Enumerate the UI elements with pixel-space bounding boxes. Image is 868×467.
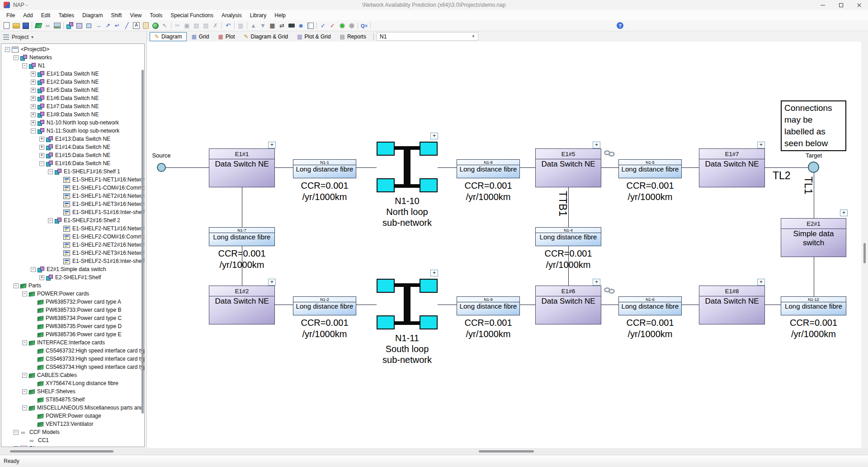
network-selector[interactable]: N1 ▼ [377,32,478,41]
tree-item[interactable]: −CCF Models [1,428,144,436]
tree-item[interactable]: PW6385733:Power card type B [1,306,144,314]
tab-plot-grid[interactable]: ▨Plot & Grid [292,32,335,41]
expand-button[interactable]: + [757,279,765,286]
expand-icon[interactable]: + [31,96,36,101]
fit-width-icon[interactable]: ⇄ [277,21,287,30]
link-n1-6[interactable]: N1-6 Long distance fibre [618,296,682,315]
collapse-all-icon[interactable]: ▼ [258,21,268,30]
expand-button[interactable]: + [840,210,848,216]
tree-item[interactable]: −SHELF:Shelves [1,387,144,396]
diagram-canvas[interactable]: Source Target TL2 TL1 TTB1 Connections m… [147,42,861,448]
lamp-green-icon[interactable] [337,21,347,30]
tree-item[interactable]: −E2#1:Simple data switch [1,265,144,273]
tree-item[interactable]: E1-SHELF2-NET2#16:Network i [1,241,144,249]
find-icon[interactable] [287,21,296,30]
tree-item[interactable]: E1-SHELF1-COM#16:Common [1,184,144,192]
tree-item[interactable]: −E1-SHELF2#16:Shelf 2 [1,216,144,224]
tree-item[interactable]: CC1 [1,436,144,444]
expand-button[interactable]: + [268,142,276,148]
properties-icon[interactable] [306,21,315,30]
link-n1-4[interactable]: N1-4 Long distance fibre [535,227,601,246]
expand-icon[interactable]: + [31,88,36,93]
add-diagonal-connection-icon[interactable]: ↗ [103,21,113,30]
target-terminal[interactable] [808,162,819,173]
project-panel-header[interactable]: Project ▾ [0,31,146,43]
tree-item[interactable]: +E1#1:Data Switch NE [1,70,144,78]
subnetwork-n1-11[interactable] [377,279,438,329]
tree-item[interactable]: POWER:Power outage [1,412,144,420]
tree-item[interactable]: E1-SHELF1-NET3#16:Network i [1,200,144,208]
tree-item[interactable]: +E1#14:Data Switch NE [1,143,144,151]
paste-icon[interactable]: ▤ [192,21,201,30]
add-ne-icon[interactable] [75,21,84,30]
parts-icon[interactable] [33,21,43,30]
help-icon[interactable]: ? [617,22,623,29]
expand-button[interactable]: + [593,279,600,286]
tree-item[interactable]: XY756474:Long distance fibre [1,379,144,387]
user-icon[interactable]: ☻ [296,21,306,30]
node-e2-1[interactable]: E2#1 Simple data switch [781,218,846,257]
open-icon[interactable] [11,21,21,30]
validate-icon[interactable]: ✓ [328,21,337,30]
tree-item[interactable]: −<ProjectID> [1,45,144,53]
node-e1-8[interactable]: E1#8 Data Switch NE [699,286,765,324]
expand-icon[interactable]: + [39,137,44,142]
menu-special-functions[interactable]: Special Functions [166,11,217,20]
new-icon[interactable] [2,21,11,30]
collapse-icon[interactable]: − [22,291,27,296]
link-n1-5[interactable]: N1-5 Long distance fibre [618,159,682,178]
select-cursor-icon[interactable]: ↖ [160,21,170,30]
tree-item[interactable]: +E2-SHELF#1:Shelf [1,273,144,281]
copy-icon[interactable]: ▣ [182,21,192,30]
query-icon[interactable]: Q= [359,21,369,30]
save-icon[interactable] [21,21,30,30]
collapse-icon[interactable]: − [22,389,27,394]
tab-reports[interactable]: ▤Reports [335,32,371,41]
lamp-gray-icon[interactable] [347,21,356,30]
collapse-icon[interactable]: − [14,446,19,448]
tree-item[interactable]: +E1#5:Data Switch NE [1,86,144,94]
collapse-icon[interactable]: − [48,218,53,223]
node-e1-7[interactable]: E1#7 Data Switch NE [699,148,765,187]
link-n1-8[interactable]: N1-8 Long distance fibre [457,159,520,178]
link-n1-9[interactable]: N1-9 Long distance fibre [457,296,520,315]
close-button[interactable] [850,0,868,10]
tab-diagram[interactable]: ✎Diagram [150,32,187,41]
tree-item[interactable]: −Bitmaps [1,444,144,447]
add-network-icon[interactable] [65,21,75,30]
collapse-icon[interactable]: − [48,169,53,174]
link-n1-1[interactable]: N1-1 Long distance fibre [293,159,356,178]
expand-icon[interactable]: + [31,71,36,76]
ccf-chain-icon[interactable] [604,287,616,294]
add-connection-icon[interactable]: → [94,21,103,30]
expand-button[interactable]: + [268,279,276,286]
menu-diagram[interactable]: Diagram [78,11,107,20]
expand-icon[interactable]: + [31,120,36,125]
collapse-icon[interactable]: − [22,405,27,410]
annotation-note[interactable]: Connections may be labelled as seen belo… [781,100,846,151]
expand-button[interactable]: + [593,142,600,148]
collapse-icon[interactable]: − [14,55,19,60]
tree-item[interactable]: E1-SHELF2-S1#16:Inter-shelf l [1,257,144,265]
text-label-icon[interactable] [132,21,141,30]
menu-shift[interactable]: Shift [107,11,126,20]
tree-item[interactable]: −Networks [1,53,144,62]
tree-item[interactable]: −MISCELLANEOUS:Miscellaneous parts and e… [1,404,144,412]
tree-item[interactable]: +E1#8:Data Switch NE [1,110,144,119]
add-part-icon[interactable] [84,21,94,30]
node-e1-5[interactable]: E1#5 Data Switch NE [535,148,601,187]
node-e1-2[interactable]: E1#2 Data Switch NE [209,286,275,324]
tab-grid[interactable]: ▦Grid [187,32,213,41]
tree-item[interactable]: CS5463733:High speed interface card typ [1,355,144,363]
expand-button[interactable]: + [430,270,438,276]
undo-icon[interactable]: ↶ [223,21,233,30]
node-e1-1[interactable]: E1#1 Data Switch NE [209,148,275,187]
expand-icon[interactable]: + [31,104,36,109]
menu-file[interactable]: File [2,11,19,20]
tree-item[interactable]: +N1-10:North loop sub-network [1,119,144,127]
link-n1-12[interactable]: N1-12 Long distance fibre [781,296,846,315]
tree-item[interactable]: CS5463732:High speed interface card typ [1,347,144,355]
tree-item[interactable]: E1-SHELF2-COM#16:Common [1,233,144,241]
menu-help[interactable]: Help [270,11,290,20]
collapse-icon[interactable]: − [22,63,27,68]
